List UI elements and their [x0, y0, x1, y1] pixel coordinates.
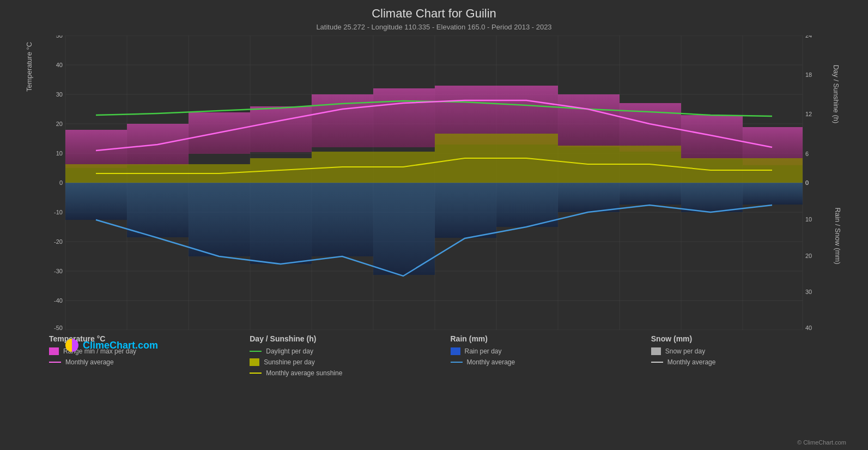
legend-line-snow-avg: [651, 362, 663, 363]
legend-line-rain-avg: [451, 362, 463, 363]
svg-text:20: 20: [805, 253, 812, 259]
brand-circle-sm-icon: [65, 339, 78, 352]
svg-rect-49: [250, 183, 312, 264]
legend-line-daylight: [250, 351, 262, 352]
svg-rect-53: [496, 183, 558, 227]
chart-title: Climate Chart for Guilin: [0, 0, 868, 21]
legend-label-daylight: Daylight per day: [266, 347, 313, 355]
legend-label-sunshine: Sunshine per day: [264, 358, 314, 366]
copyright: © ClimeChart.com: [797, 439, 846, 446]
svg-text:-40: -40: [54, 297, 63, 304]
svg-text:40: 40: [805, 325, 812, 330]
legend-col-rain: Rain (mm) Rain per day Monthly average: [445, 334, 646, 377]
legend-col-snow: Snow (mm) Snow per day Monthly average: [646, 334, 846, 377]
svg-text:20: 20: [56, 121, 63, 127]
svg-text:24: 24: [805, 35, 812, 39]
legend-item-sunshine-bar: Sunshine per day: [250, 358, 439, 366]
brand-logo-bottom: ClimeChart.com: [65, 339, 158, 352]
svg-rect-50: [312, 183, 373, 256]
svg-text:-20: -20: [54, 238, 63, 245]
legend-item-daylight: Daylight per day: [250, 347, 439, 355]
legend-swatch-rain: [451, 347, 460, 355]
legend-item-sunshine-avg: Monthly average sunshine: [250, 369, 439, 377]
main-chart-svg: 50 40 30 20 10 0 -10 -20 -30 -40 -50 24 …: [44, 35, 824, 330]
legend-label-snow-avg: Monthly average: [667, 358, 716, 366]
svg-rect-47: [127, 183, 189, 237]
svg-text:-50: -50: [54, 325, 63, 330]
svg-text:50: 50: [56, 35, 63, 39]
legend-swatch-temp-range: [49, 347, 59, 355]
page-wrapper: Climate Chart for Guilin Latitude 25.272…: [0, 0, 868, 450]
svg-rect-68: [558, 94, 620, 147]
legend-label-rain-avg: Monthly average: [467, 358, 515, 366]
legend-col-sunshine: Day / Sunshine (h) Daylight per day Suns…: [244, 334, 445, 377]
svg-text:6: 6: [805, 151, 809, 157]
svg-rect-56: [681, 183, 743, 212]
legend-label-sunshine-avg: Monthly average sunshine: [266, 369, 342, 377]
svg-text:10: 10: [805, 216, 812, 223]
svg-text:18: 18: [805, 71, 812, 78]
legend-item-rain-bar: Rain per day: [451, 347, 640, 355]
svg-text:12: 12: [805, 111, 812, 117]
legend-item-snow-bar: Snow per day: [651, 347, 841, 355]
svg-rect-48: [189, 183, 250, 256]
legend-label-snow: Snow per day: [665, 347, 705, 355]
legend-item-rain-avg: Monthly average: [451, 358, 640, 366]
svg-text:40: 40: [56, 62, 63, 68]
brand-name-bottom: ClimeChart.com: [83, 340, 158, 351]
svg-text:30: 30: [56, 91, 63, 98]
y-axis-right-bottom-label: Rain / Snow (mm): [833, 207, 841, 264]
legend-swatch-sunshine: [250, 358, 259, 366]
y-axis-right-top-label: Day / Sunshine (h): [833, 65, 841, 124]
chart-subtitle: Latitude 25.272 - Longitude 110.335 - El…: [0, 23, 868, 31]
legend-line-temp-avg: [49, 362, 61, 363]
svg-text:0: 0: [805, 179, 809, 186]
legend-swatch-snow: [651, 347, 661, 355]
y-axis-left-label: Temperature °C: [25, 42, 33, 92]
svg-rect-52: [435, 183, 496, 238]
svg-text:10: 10: [56, 150, 63, 157]
svg-text:-30: -30: [54, 268, 63, 274]
svg-rect-70: [681, 115, 743, 159]
legend-item-temp-avg: Monthly average: [49, 358, 239, 366]
svg-rect-63: [250, 106, 312, 152]
legend-label-rain: Rain per day: [465, 347, 502, 355]
svg-rect-57: [743, 183, 803, 205]
svg-text:30: 30: [805, 289, 812, 295]
legend-area: Temperature °C Range min / max per day M…: [44, 334, 846, 377]
legend-item-snow-avg: Monthly average: [651, 358, 841, 366]
svg-rect-55: [620, 183, 681, 205]
svg-rect-51: [373, 183, 435, 275]
legend-title-rain: Rain (mm): [451, 334, 640, 343]
svg-rect-46: [65, 183, 127, 220]
svg-rect-65: [373, 88, 435, 147]
svg-rect-54: [558, 183, 620, 212]
legend-line-sunshine-avg: [250, 373, 262, 374]
svg-text:0: 0: [59, 179, 63, 186]
legend-title-sunshine: Day / Sunshine (h): [250, 334, 439, 343]
legend-label-temp-avg: Monthly average: [65, 358, 114, 366]
svg-text:-10: -10: [54, 209, 63, 215]
legend-title-snow: Snow (mm): [651, 334, 841, 343]
